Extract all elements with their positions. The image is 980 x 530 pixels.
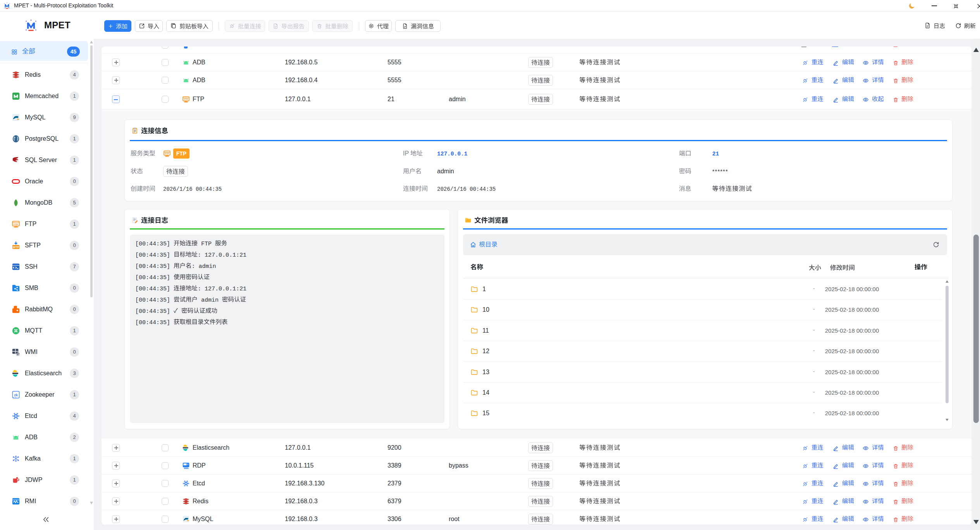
svg-text:SFTP: SFTP [13, 246, 19, 249]
svg-text:FTP: FTP [14, 223, 18, 226]
svg-text:FTP: FTP [184, 98, 188, 100]
svg-text:FTP: FTP [165, 152, 169, 155]
svg-text:zk: zk [14, 393, 18, 397]
